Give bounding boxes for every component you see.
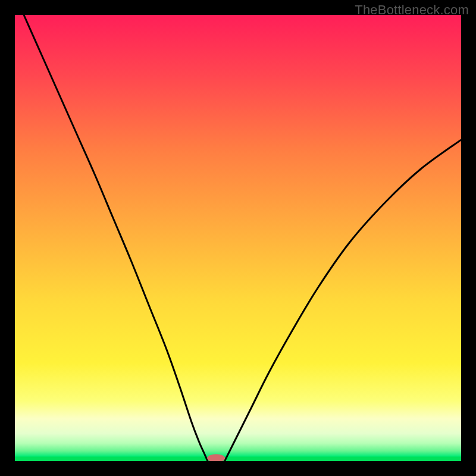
chart-frame bbox=[15, 15, 461, 461]
bottleneck-chart bbox=[15, 15, 461, 461]
baseline-green bbox=[15, 457, 461, 462]
chart-background bbox=[15, 15, 461, 461]
